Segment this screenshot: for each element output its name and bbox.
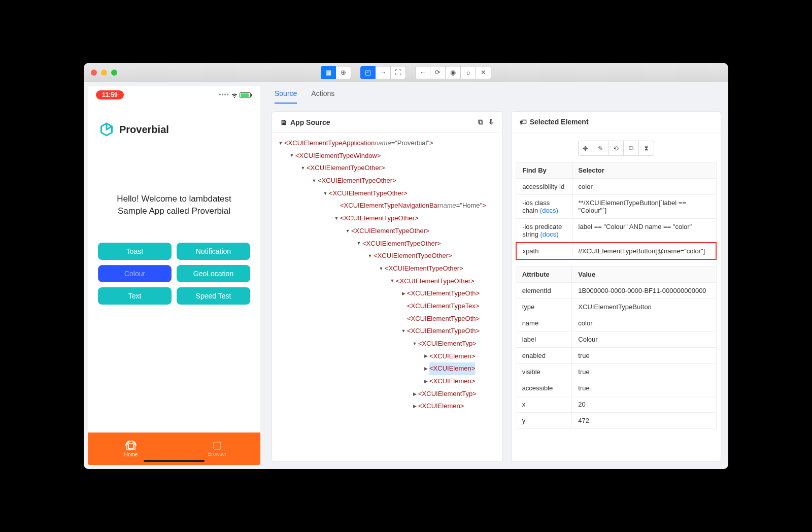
- inspector-tabs: Source Actions: [264, 82, 728, 104]
- inspect-icon[interactable]: ◰: [360, 66, 376, 79]
- attr-row: x20: [516, 396, 716, 413]
- app-button-toast[interactable]: Toast: [98, 243, 172, 260]
- tree-node[interactable]: ▶<XCUIElemen>: [277, 350, 497, 363]
- attr-row: labelColour: [516, 331, 716, 348]
- back-icon[interactable]: ←: [415, 66, 430, 79]
- time-pill: 11:59: [96, 90, 124, 99]
- welcome-text: Hello! Welcome to lambdatest Sample App …: [88, 142, 260, 238]
- app-logo-icon: [99, 122, 114, 137]
- tree-node[interactable]: ▼<XCUIElementTypeOther>: [277, 275, 497, 288]
- tree-node[interactable]: ▼<XCUIElementTypeOther>: [277, 250, 497, 262]
- app-button-notification[interactable]: Notification: [177, 243, 250, 260]
- app-header: Proverbial: [88, 102, 260, 142]
- app-title: Proverbial: [119, 124, 169, 136]
- tree-node[interactable]: ▼<XCUIElementTypeOther>: [277, 238, 497, 250]
- timer-icon[interactable]: ⧗: [639, 141, 654, 156]
- tree-node[interactable]: <XCUIElementTypeNavigationBar name="Home…: [277, 200, 497, 212]
- app-button-geolocation[interactable]: GeoLocation: [177, 265, 250, 282]
- titlebar: ▦ ⊕ ◰ → ⛶ ← ⟳ ◉ ⌕ ✕: [84, 63, 728, 82]
- tree-node[interactable]: ▼<XCUIElementTypeOther>: [277, 262, 497, 275]
- minimize-window[interactable]: [101, 70, 107, 76]
- attr-row: visibletrue: [516, 364, 716, 380]
- home-indicator: [144, 460, 205, 462]
- panel-title: App Source: [290, 118, 330, 126]
- tree-node[interactable]: ▼<XCUIElementTypeOther>: [277, 175, 497, 187]
- attr-row: namecolor: [516, 315, 716, 331]
- svg-rect-0: [128, 444, 133, 449]
- traffic-lights: [91, 70, 117, 76]
- search-icon[interactable]: ⌕: [461, 66, 476, 79]
- battery-icon: [240, 92, 252, 98]
- svg-rect-1: [214, 442, 221, 449]
- element-actions: ✥ ✎ ⟲ ⧉ ⧗: [578, 141, 654, 156]
- tree-node[interactable]: ▼<XCUIElementTypeOther>: [277, 225, 497, 238]
- attr-row: enabledtrue: [516, 348, 716, 364]
- tree-node[interactable]: ▶<XCUIElementTypeOth>: [277, 287, 497, 300]
- tree-node[interactable]: ▼<XCUIElementTypeApplication name="Prove…: [277, 137, 497, 150]
- tree-node[interactable]: ▶<XCUIElemen>: [277, 400, 497, 413]
- app-button-text[interactable]: Text: [98, 287, 172, 305]
- tree-node[interactable]: ▼<XCUIElementTyp>: [277, 338, 497, 350]
- tree-node[interactable]: ▶<XCUIElemen>: [277, 375, 497, 388]
- eye-icon[interactable]: ◉: [446, 66, 461, 79]
- app-source-panel: 🗎 App Source ⧉ ⇩ ▼<XCUIElementTypeApplic…: [272, 111, 503, 462]
- attr-row: y472: [516, 413, 716, 429]
- toolbar: ▦ ⊕ ◰ → ⛶ ← ⟳ ◉ ⌕ ✕: [321, 66, 491, 79]
- wifi-icon: [231, 92, 238, 98]
- app-button-speed test[interactable]: Speed Test: [177, 287, 250, 305]
- download-icon[interactable]: ⇩: [488, 118, 494, 126]
- source-tree[interactable]: ▼<XCUIElementTypeApplication name="Prove…: [272, 133, 502, 461]
- globe-icon[interactable]: ⊕: [336, 66, 351, 79]
- status-bar: 11:59 ••••: [88, 86, 260, 102]
- attr-row: accessibletrue: [516, 380, 716, 396]
- copy-icon[interactable]: ⧉: [478, 118, 483, 126]
- tab-actions[interactable]: Actions: [311, 86, 334, 104]
- grid-icon[interactable]: ▦: [321, 66, 336, 79]
- tab-source[interactable]: Source: [275, 86, 297, 104]
- findby-row[interactable]: -ios predicate string (docs)label == "Co…: [516, 219, 716, 243]
- tree-node[interactable]: <XCUIElementTypeOth>: [277, 313, 497, 325]
- app-button-colour[interactable]: Colour: [98, 265, 172, 282]
- tree-node[interactable]: ▶<XCUIElementTyp>: [277, 388, 497, 401]
- close-icon[interactable]: ✕: [476, 66, 491, 79]
- edit-icon[interactable]: ✎: [593, 141, 608, 156]
- maximize-window[interactable]: [111, 70, 117, 76]
- button-grid: ToastNotificationColourGeoLocationTextSp…: [88, 238, 260, 310]
- arrow-right-icon[interactable]: →: [376, 66, 391, 79]
- expand-icon[interactable]: ⛶: [391, 66, 406, 79]
- tree-node[interactable]: ▼<XCUIElementTypeWindow>: [277, 150, 497, 162]
- app-window: ▦ ⊕ ◰ → ⛶ ← ⟳ ◉ ⌕ ✕ 11:59 ••••: [84, 63, 728, 469]
- tree-node[interactable]: ▼<XCUIElementTypeOther>: [277, 162, 497, 175]
- close-window[interactable]: [91, 70, 97, 76]
- refresh-element-icon[interactable]: ⟲: [608, 141, 624, 156]
- attr-row: typeXCUIElementTypeButton: [516, 299, 716, 315]
- copy-element-icon[interactable]: ⧉: [624, 141, 639, 156]
- tree-node[interactable]: ▼<XCUIElementTypeOther>: [277, 187, 497, 200]
- tree-node[interactable]: ▼<XCUIElementTypeOther>: [277, 212, 497, 225]
- refresh-icon[interactable]: ⟳: [430, 66, 446, 79]
- main-body: 11:59 •••• Proverbial: [84, 82, 728, 469]
- tree-node[interactable]: ▼<XCUIElementTypeOth>: [277, 325, 497, 338]
- findby-row[interactable]: -ios class chain (docs)**/XCUIElementTyp…: [516, 195, 716, 219]
- findby-row[interactable]: xpath //XCUIElementTypeButton[@name="col…: [516, 243, 716, 259]
- selected-element-panel: 🏷 Selected Element ✥ ✎ ⟲ ⧉ ⧗: [511, 111, 721, 462]
- tree-node[interactable]: <XCUIElementTypeTex>: [277, 300, 497, 313]
- tag-icon: 🏷: [520, 118, 527, 126]
- inspector-pane: Source Actions 🗎 App Source ⧉ ⇩: [264, 82, 728, 469]
- device-preview: 11:59 •••• Proverbial: [88, 86, 260, 465]
- tap-icon[interactable]: ✥: [578, 141, 593, 156]
- tree-node[interactable]: ▶<XCUIElemen>: [277, 362, 497, 375]
- file-icon: 🗎: [280, 118, 287, 126]
- status-icons: ••••: [219, 91, 252, 98]
- attr-row: elementId1B000000-0000-0000-BF11-0000000…: [516, 283, 716, 299]
- signal-icon: ••••: [219, 91, 229, 98]
- findby-table: Find By Selector accessibility id color-…: [516, 162, 717, 260]
- attributes-table: Attribute Value elementId1B000000-0000-0…: [516, 266, 717, 429]
- findby-row[interactable]: accessibility id color: [516, 179, 716, 195]
- panel-title: Selected Element: [530, 118, 589, 126]
